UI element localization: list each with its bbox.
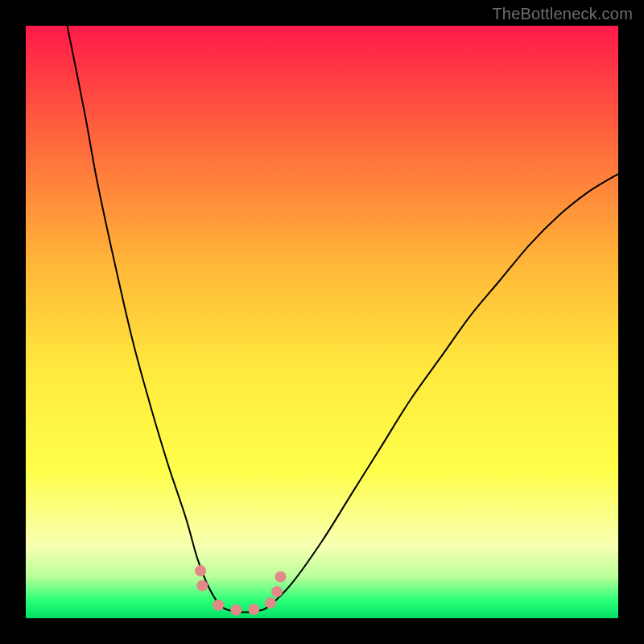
chart-svg <box>26 26 618 618</box>
valley-dot <box>275 572 287 583</box>
valley-dot <box>213 600 224 611</box>
valley-dot <box>248 604 259 615</box>
watermark-text: TheBottleneck.com <box>492 5 633 23</box>
valley-dot <box>195 565 206 576</box>
valley-dot <box>196 580 208 592</box>
gradient-background <box>26 26 618 618</box>
valley-dot <box>230 605 242 616</box>
chart-plot-area <box>26 26 618 618</box>
valley-dot <box>271 586 283 597</box>
outer-frame: TheBottleneck.com <box>0 0 644 644</box>
valley-dot <box>265 597 276 609</box>
